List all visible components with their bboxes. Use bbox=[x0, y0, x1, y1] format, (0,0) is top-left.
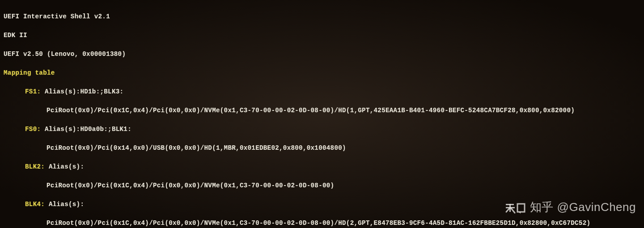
map-name: FS1: bbox=[25, 88, 41, 95]
map-name: FS0: bbox=[25, 126, 41, 133]
mapping-table-header: Mapping table bbox=[4, 68, 640, 78]
map-name: BLK4: bbox=[25, 201, 45, 208]
zhihu-logo-icon bbox=[505, 201, 526, 213]
map-alias: Alias(s):HD0a0b:;BLK1: bbox=[41, 126, 131, 133]
watermark-text: 知乎 @GavinCheng bbox=[530, 198, 636, 215]
map-entry-fs1: FS1: Alias(s):HD1b:;BLK3: bbox=[4, 87, 640, 97]
map-alias: Alias(s): bbox=[45, 201, 84, 208]
map-entry-fs0: FS0: Alias(s):HD0a0b:;BLK1: bbox=[4, 125, 640, 134]
map-path: PciRoot(0x0)/Pci(0x1C,0x4)/Pci(0x0,0x0)/… bbox=[4, 106, 640, 115]
map-alias: Alias(s): bbox=[45, 163, 84, 170]
edk-label: EDK II bbox=[4, 31, 640, 40]
map-path: PciRoot(0x0)/Pci(0x1C,0x4)/Pci(0x0,0x0)/… bbox=[4, 181, 640, 190]
map-alias: Alias(s):HD1b:;BLK3: bbox=[41, 88, 123, 95]
map-name: BLK2: bbox=[25, 163, 45, 170]
svg-rect-3 bbox=[517, 204, 525, 212]
uefi-shell-terminal: UEFI Interactive Shell v2.1 EDK II UEFI … bbox=[4, 3, 640, 228]
map-path: PciRoot(0x0)/Pci(0x14,0x0)/USB(0x0,0x0)/… bbox=[4, 144, 640, 153]
uefi-version: UEFI v2.50 (Lenovo, 0x00001380) bbox=[4, 50, 640, 59]
shell-title: UEFI Interactive Shell v2.1 bbox=[4, 12, 640, 21]
map-entry-blk2: BLK2: Alias(s): bbox=[4, 162, 640, 172]
map-path: PciRoot(0x0)/Pci(0x1C,0x4)/Pci(0x0,0x0)/… bbox=[4, 219, 640, 228]
watermark: 知乎 @GavinCheng bbox=[505, 198, 636, 215]
